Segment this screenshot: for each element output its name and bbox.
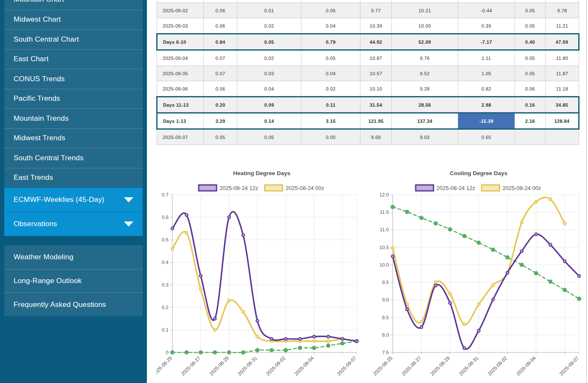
y-tick-label: 9.0 (382, 297, 389, 302)
value-cell: 10.10 (360, 81, 392, 97)
data-point (549, 198, 552, 201)
table-row-2025-09-03: 2025-09-030.060.020.0410.3910.000.390.05… (157, 18, 579, 34)
data-point (492, 298, 495, 301)
data-point (270, 338, 273, 340)
data-point (242, 234, 245, 237)
value-cell: 0.05 (515, 18, 546, 34)
value-cell: 0.14 (237, 113, 301, 129)
data-point (199, 351, 203, 354)
data-point (535, 233, 537, 236)
value-cell: 0.39 (458, 18, 515, 34)
cooling-degree-days-chart-svg: 7.58.08.59.09.510.010.511.011.512.02025-… (369, 165, 588, 383)
sidebar-item-label: Pacific Trends (14, 94, 60, 103)
data-point (327, 340, 330, 343)
y-tick-label: 0.3 (162, 282, 169, 287)
value-cell: -0.44 (458, 3, 515, 18)
value-cell: 0.07 (204, 50, 237, 66)
data-point (520, 221, 523, 224)
sidebar-item-pacific-trends[interactable]: Pacific Trends (4, 89, 143, 109)
data-point (313, 340, 316, 343)
data-point (214, 329, 217, 332)
sidebar-item-label: East Chart (14, 55, 48, 63)
value-cell: 10.21 (392, 3, 458, 18)
value-cell: 3.15 (301, 113, 360, 129)
sidebar-item-midwest-trends[interactable]: Midwest Trends (4, 128, 143, 148)
value-cell: 31.54 (360, 97, 392, 113)
table-row-2025-09-05: 2025-09-050.070.030.0410.579.521.050.051… (157, 66, 579, 81)
value-cell: 0.05 (237, 34, 301, 50)
data-point (420, 321, 423, 323)
y-tick-label: 10.0 (380, 262, 389, 267)
value-cell: 3.29 (204, 113, 237, 129)
value-cell: 0.05 (515, 50, 546, 66)
sidebar-item-label: South Central Trends (14, 154, 84, 162)
data-point (549, 280, 552, 283)
data-point (171, 351, 174, 354)
green-dashed-series-line (393, 207, 579, 299)
data-point (312, 346, 316, 349)
value-cell: 0.03 (237, 66, 301, 81)
data-point (185, 213, 188, 216)
data-point (405, 308, 408, 311)
table-row-2025-09-06: 2025-09-060.060.040.0210.109.280.820.061… (157, 81, 579, 97)
value-cell: 9.52 (392, 66, 458, 81)
charts-section: 00.10.20.30.40.50.60.72025-08-252025-08-… (0, 165, 588, 383)
data-point (491, 248, 495, 251)
legend-item-2025-08-24-12z[interactable]: 2025-08-24 12z (199, 185, 258, 191)
data-point (535, 200, 537, 203)
sidebar-item-conus-trends[interactable]: CONUS Trends (4, 69, 143, 89)
x-tick-label: 2025-09-07 (336, 355, 357, 377)
legend-item-2025-08-24-00z[interactable]: 2025-08-24 00z (482, 185, 541, 191)
value-cell: 128.84 (546, 113, 579, 129)
data-point (391, 205, 394, 209)
legend-item-2025-08-24-00z[interactable]: 2025-08-24 00z (265, 185, 324, 191)
legend-label: 2025-08-24 00z (286, 185, 324, 191)
row-label-cell: 2025-09-03 (157, 18, 204, 34)
legend-swatch (265, 185, 283, 191)
value-cell: 28.56 (392, 97, 458, 113)
2025-08-24-12z-line (393, 234, 579, 349)
value-cell: 11.80 (546, 50, 579, 66)
sidebar-item-south-central-chart[interactable]: South Central Chart (4, 29, 143, 49)
sidebar-item-east-chart[interactable]: East Chart (4, 49, 143, 69)
sidebar-item-mountain-chart[interactable]: Mountain Chart (4, 0, 143, 10)
value-cell: 11.18 (546, 81, 579, 97)
value-cell: 9.77 (360, 3, 392, 18)
value-cell: 10.87 (360, 50, 392, 66)
data-point (228, 299, 231, 302)
y-tick-label: 11.0 (380, 227, 389, 232)
value-cell: 0.06 (204, 18, 237, 34)
legend-item-2025-08-24-12z[interactable]: 2025-08-24 12z (416, 185, 475, 191)
value-cell: 0.11 (301, 97, 360, 113)
data-point (284, 349, 287, 352)
table-row-2025-09-02: 2025-09-020.060.010.059.7710.21-0.440.05… (157, 3, 579, 18)
sidebar-item-midwest-chart[interactable]: Midwest Chart (4, 10, 143, 30)
row-label-cell: 2025-09-06 (157, 81, 204, 97)
data-point (341, 342, 344, 345)
value-cell: 44.92 (360, 34, 392, 50)
degree-day-table: 2025-09-020.060.010.059.7710.21-0.440.05… (156, 0, 580, 145)
data-point (506, 256, 509, 259)
value-cell: 0.79 (301, 34, 360, 50)
sidebar-item-mountain-trends[interactable]: Mountain Trends (4, 108, 143, 128)
data-point (171, 227, 174, 230)
x-tick-label: 2025-08-27 (180, 355, 201, 377)
data-point (577, 297, 581, 301)
value-cell: 11.87 (546, 66, 579, 81)
y-tick-label: 0.4 (162, 260, 169, 265)
sidebar-item-label: CONUS Trends (14, 75, 65, 83)
value-cell: 52.09 (392, 34, 458, 50)
y-tick-label: 8.0 (382, 332, 389, 338)
value-cell: 0.06 (515, 81, 546, 97)
y-tick-label: 0.6 (162, 215, 169, 220)
sidebar-item-label: Mountain Trends (14, 114, 69, 123)
data-point (449, 292, 452, 295)
legend-swatch (199, 185, 217, 191)
data-point (520, 263, 523, 267)
data-point (448, 228, 452, 231)
value-cell: 2.98 (458, 97, 515, 113)
value-cell: 9.68 (360, 129, 392, 145)
sidebar-item-label: Midwest Chart (14, 15, 61, 24)
x-tick-label: 2025-08-29 (429, 355, 450, 377)
value-cell: 0.04 (301, 66, 360, 81)
